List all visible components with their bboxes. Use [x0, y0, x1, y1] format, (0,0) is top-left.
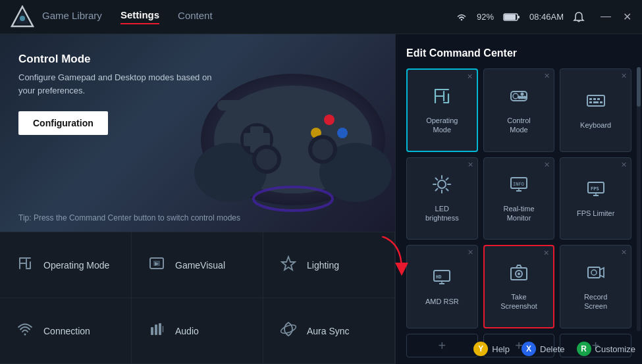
arrow-indicator	[375, 236, 408, 278]
cmd-label-led-brightness: LEDbrightness	[425, 204, 459, 223]
notification-icon[interactable]	[573, 11, 585, 23]
cmd-item-realtime-monitor[interactable]: ✕ INFO Real-timeMonitor	[483, 157, 555, 240]
svg-line-52	[446, 178, 448, 180]
cmd-icon-realtime-monitor: INFO	[509, 174, 529, 199]
menu-label-gamevisual: GameVisual	[175, 260, 225, 271]
clock: 08:46AM	[529, 12, 564, 22]
hero-content: Control Mode Configure Gamepad and Deskt…	[18, 53, 216, 135]
svg-text:FPS: FPS	[591, 186, 599, 192]
svg-rect-44	[600, 101, 602, 103]
svg-rect-4	[518, 16, 520, 18]
svg-line-50	[436, 178, 438, 180]
tab-settings[interactable]: Settings	[120, 9, 159, 24]
lighting-icon	[279, 255, 298, 275]
svg-rect-41	[597, 98, 600, 100]
cmd-item-amd-rsr[interactable]: ✕ HD AMD RSR	[406, 245, 478, 328]
cmd-item-keyboard[interactable]: ✕ Keyboard	[560, 68, 631, 152]
x-icon: X	[522, 342, 536, 356]
cmd-item-led-brightness[interactable]: ✕ LEDbrightness	[406, 157, 478, 240]
audio-icon	[147, 321, 166, 341]
svg-point-34	[520, 92, 523, 95]
command-center-title: Edit Command Center	[406, 47, 631, 59]
cmd-item-fps-limiter[interactable]: ✕ FPS FPS Limiter	[560, 157, 631, 240]
svg-point-33	[513, 93, 518, 99]
y-icon: Y	[473, 342, 488, 356]
cmd-item-operating-mode[interactable]: ✕ OperatingMode	[406, 68, 478, 152]
cmd-close-record-screen[interactable]: ✕	[621, 248, 627, 257]
cmd-label-operating-mode: OperatingMode	[426, 116, 458, 135]
main-layout: Control Mode Configure Gamepad and Deskt…	[0, 34, 642, 364]
svg-rect-28	[155, 325, 157, 335]
menu-item-aura-sync[interactable]: Aura Sync	[263, 298, 395, 364]
cmd-icon-amd-rsr: HD	[432, 267, 452, 292]
command-center-grid: ✕ OperatingMode ✕	[406, 68, 631, 328]
close-button[interactable]: ✕	[623, 11, 631, 23]
hero-section: Control Mode Configure Gamepad and Deskt…	[0, 34, 395, 232]
cmd-label-record-screen: RecordScreen	[584, 292, 607, 311]
battery-icon	[503, 13, 520, 22]
r-icon: R	[577, 342, 591, 356]
svg-rect-27	[151, 327, 153, 335]
cmd-label-amd-rsr: AMD RSR	[425, 297, 459, 306]
tab-game-library[interactable]: Game Library	[42, 10, 102, 24]
cmd-icon-take-screenshot	[509, 263, 529, 287]
cmd-label-fps-limiter: FPS Limiter	[577, 209, 614, 218]
battery-level: 92%	[477, 12, 494, 22]
cmd-item-take-screenshot[interactable]: ✕ TakeScreenshot	[483, 245, 555, 328]
cmd-close-led-brightness[interactable]: ✕	[468, 161, 473, 169]
svg-marker-26	[282, 257, 295, 270]
bottom-bar: Y Help X Delete R Customize	[473, 342, 635, 356]
menu-item-gamevisual[interactable]: GameVisual	[132, 232, 263, 298]
app-logo	[11, 5, 34, 29]
menu-label-lighting: Lighting	[307, 260, 339, 271]
menu-item-operating-mode[interactable]: Operating Mode	[0, 232, 132, 298]
help-button[interactable]: Y Help	[473, 342, 510, 356]
cmd-item-record-screen[interactable]: ✕ RecordScreen	[560, 245, 631, 328]
svg-line-51	[446, 188, 448, 190]
cmd-close-operating-mode[interactable]: ✕	[467, 72, 473, 81]
window-controls: — ✕	[601, 11, 631, 23]
svg-point-19	[256, 149, 277, 170]
title-bar-right: 92% 08:46AM — ✕	[456, 11, 631, 23]
cmd-icon-led-brightness	[432, 174, 452, 199]
svg-point-31	[281, 323, 296, 335]
hero-title: Control Mode	[18, 53, 216, 66]
cmd-close-fps-limiter[interactable]: ✕	[621, 161, 627, 169]
configuration-button[interactable]: Configuration	[18, 111, 108, 135]
cmd-close-amd-rsr[interactable]: ✕	[468, 248, 473, 257]
cmd-close-control-mode[interactable]: ✕	[544, 72, 550, 80]
customize-button[interactable]: R Customize	[577, 342, 635, 356]
svg-rect-29	[159, 323, 161, 335]
cmd-icon-fps-limiter: FPS	[586, 179, 606, 203]
delete-button[interactable]: X Delete	[522, 342, 565, 356]
menu-item-audio[interactable]: Audio	[132, 298, 263, 364]
add-button-1[interactable]: +	[406, 334, 478, 357]
svg-rect-39	[589, 98, 592, 100]
cmd-icon-operating-mode	[432, 86, 452, 111]
cmd-close-keyboard[interactable]: ✕	[621, 72, 627, 80]
cmd-close-take-screenshot[interactable]: ✕	[543, 249, 549, 257]
scrollbar-track	[637, 67, 641, 331]
scrollbar-thumb[interactable]	[637, 67, 641, 107]
menu-label-audio: Audio	[175, 326, 199, 336]
svg-point-14	[337, 128, 348, 138]
svg-point-2	[20, 16, 25, 21]
svg-point-13	[324, 115, 334, 125]
menu-item-connection[interactable]: Connection	[0, 298, 132, 364]
menu-label-connection: Connection	[43, 326, 90, 336]
svg-point-68	[518, 273, 520, 275]
cmd-icon-control-mode	[509, 86, 529, 111]
cmd-close-realtime-monitor[interactable]: ✕	[544, 161, 550, 169]
minimize-button[interactable]: —	[601, 11, 611, 23]
delete-label: Delete	[540, 344, 565, 354]
cmd-item-control-mode[interactable]: ✕ ControlMode	[483, 68, 555, 152]
tab-content[interactable]: Content	[178, 10, 213, 24]
svg-point-45	[438, 180, 446, 188]
gamevisual-icon	[147, 255, 166, 275]
svg-rect-43	[593, 101, 599, 103]
nav-tabs: Game Library Settings Content	[42, 9, 456, 24]
svg-rect-5	[504, 14, 516, 20]
title-bar: Game Library Settings Content 92% 08:46A…	[0, 0, 642, 34]
help-label: Help	[492, 344, 510, 354]
hero-tip: Tip: Press the Command Center button to …	[18, 213, 240, 222]
